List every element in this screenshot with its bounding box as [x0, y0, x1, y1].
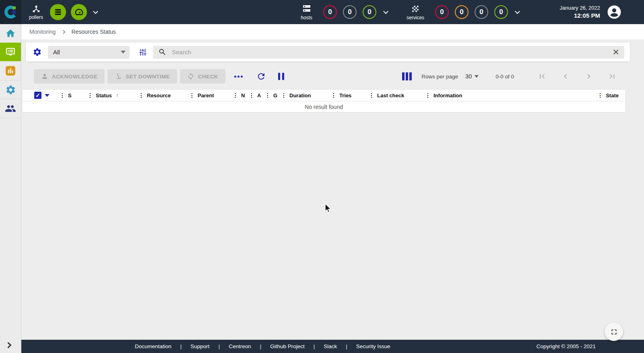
breadcrumb-chevron-icon: [62, 30, 66, 34]
acknowledge-person-icon: [41, 73, 48, 80]
column-label-state[interactable]: State: [606, 92, 619, 99]
column-label-s[interactable]: S: [68, 92, 72, 99]
check-label: CHECK: [198, 74, 218, 80]
edit-columns-button[interactable]: [402, 72, 412, 80]
column-label-n[interactable]: N: [241, 92, 245, 99]
sidebar-item-monitoring[interactable]: [0, 43, 21, 61]
hosts-menu[interactable]: hosts: [301, 4, 312, 21]
column-label-duration[interactable]: Duration: [289, 92, 311, 99]
services-unknown-counter[interactable]: 0: [475, 5, 488, 19]
latency-gauge-button[interactable]: [71, 4, 87, 20]
more-actions-button[interactable]: [233, 74, 244, 79]
rows-per-page-select[interactable]: 30: [465, 73, 479, 80]
first-page-button[interactable]: [537, 72, 547, 81]
user-avatar[interactable]: [607, 5, 621, 19]
hosts-down-counter[interactable]: 0: [323, 5, 337, 19]
drag-handle-icon[interactable]: ⋮: [60, 92, 65, 98]
services-warning-counter[interactable]: 0: [455, 5, 469, 19]
user-avatar-icon: [607, 5, 621, 19]
hosts-expand-chevron-icon[interactable]: [383, 9, 388, 14]
column-label-parent[interactable]: Parent: [198, 92, 214, 99]
fullscreen-icon: [610, 328, 618, 336]
filter-select[interactable]: All: [48, 46, 130, 59]
footer-link-security-issue[interactable]: Security Issue: [356, 343, 390, 349]
search-input[interactable]: [172, 49, 612, 55]
footer-link-slack[interactable]: Slack: [324, 343, 337, 349]
column-label-tries[interactable]: Tries: [339, 92, 351, 99]
pollers-menu[interactable]: pollers: [29, 4, 43, 20]
select-all-checkbox[interactable]: ✓: [34, 92, 41, 99]
empty-result-row: No result found: [23, 101, 625, 113]
hosts-up-count: 0: [367, 8, 371, 16]
column-label-information[interactable]: Information: [433, 92, 462, 99]
pollers-icon: [32, 4, 41, 13]
sidebar-item-reporting[interactable]: [0, 62, 21, 80]
check-sync-icon: [187, 73, 194, 80]
rows-per-page-caret-icon: [475, 75, 479, 78]
footer-link-github-project[interactable]: Github Project: [270, 343, 305, 349]
clear-search-icon[interactable]: ✕: [612, 48, 619, 56]
filter-select-caret-icon: [121, 51, 126, 53]
refresh-button[interactable]: [256, 72, 266, 81]
set-downtime-button[interactable]: SET DOWNTIME: [107, 69, 177, 84]
acknowledge-button[interactable]: ACKNOWLEDGE: [34, 69, 105, 84]
drag-handle-icon[interactable]: ⋮: [189, 92, 195, 98]
drag-handle-icon[interactable]: ⋮: [233, 92, 238, 98]
column-header-graph: ⋮ G: [265, 92, 281, 99]
pollers-expand-chevron-icon[interactable]: [93, 9, 98, 14]
sidebar-item-administration[interactable]: [0, 99, 21, 118]
column-header-action: ⋮ A: [249, 92, 265, 99]
drag-handle-icon[interactable]: ⋮: [249, 92, 254, 98]
drag-handle-icon[interactable]: ⋮: [138, 92, 144, 98]
sidebar-expand-chevron-icon[interactable]: [5, 342, 12, 349]
filter-select-value: All: [53, 49, 60, 55]
services-expand-chevron-icon[interactable]: [515, 9, 520, 14]
breadcrumb-monitoring[interactable]: Monitoring: [29, 29, 56, 35]
sidebar-item-home[interactable]: [0, 24, 21, 43]
select-options-caret-icon[interactable]: [45, 94, 50, 97]
services-ok-counter[interactable]: 0: [494, 5, 508, 19]
next-page-button[interactable]: [584, 72, 594, 81]
column-header-tries: ⋮ Tries: [331, 92, 369, 99]
drag-handle-icon[interactable]: ⋮: [369, 92, 374, 98]
footer-separator: |: [219, 343, 220, 349]
footer-link-documentation[interactable]: Documentation: [135, 343, 171, 349]
drag-handle-icon[interactable]: ⋮: [265, 92, 270, 98]
previous-page-button[interactable]: [561, 72, 570, 81]
check-button[interactable]: CHECK: [180, 69, 225, 84]
drag-handle-icon[interactable]: ⋮: [87, 92, 93, 98]
column-label-last-check[interactable]: Last check: [377, 92, 404, 99]
chevron-right-icon: [584, 72, 593, 81]
sort-ascending-arrow-icon[interactable]: ↑: [116, 92, 119, 99]
footer-link-support[interactable]: Support: [190, 343, 209, 349]
last-page-button[interactable]: [607, 72, 617, 81]
column-label-a[interactable]: A: [257, 92, 261, 99]
services-menu[interactable]: services: [407, 4, 424, 21]
drag-handle-icon[interactable]: ⋮: [331, 92, 336, 98]
pollers-label: pollers: [29, 14, 43, 20]
hosts-up-counter[interactable]: 0: [363, 5, 376, 19]
poller-status-button[interactable]: [50, 4, 66, 20]
hosts-unreachable-counter[interactable]: 0: [343, 5, 357, 19]
advanced-filters-button[interactable]: [138, 48, 147, 57]
pause-autorefresh-button[interactable]: [278, 73, 284, 80]
gauge-icon: [74, 8, 84, 17]
hosts-icon: [302, 4, 312, 14]
footer-link-centreon[interactable]: Centreon: [229, 343, 251, 349]
drag-handle-icon[interactable]: ⋮: [425, 92, 431, 98]
services-critical-counter[interactable]: 0: [435, 5, 449, 19]
drag-handle-icon[interactable]: ⋮: [281, 92, 287, 98]
column-label-resource[interactable]: Resource: [147, 92, 171, 99]
column-label-status[interactable]: Status: [96, 92, 112, 99]
drag-handle-icon[interactable]: ⋮: [597, 92, 603, 98]
column-header-status: ⋮ Status ↑: [87, 92, 138, 99]
centreon-logo[interactable]: [0, 0, 21, 24]
column-label-g[interactable]: G: [273, 92, 277, 99]
sidebar-item-configuration[interactable]: [0, 80, 21, 99]
breadcrumb-resources-status[interactable]: Resources Status: [71, 29, 116, 35]
rows-per-page-label: Rows per page: [421, 74, 458, 80]
fullscreen-button[interactable]: [605, 322, 623, 341]
last-page-icon: [608, 72, 617, 81]
table-header-row: ✓ ⋮ S ⋮ Status ↑ ⋮ Resource ⋮: [23, 90, 625, 101]
filter-settings-gear-icon[interactable]: [33, 47, 42, 57]
